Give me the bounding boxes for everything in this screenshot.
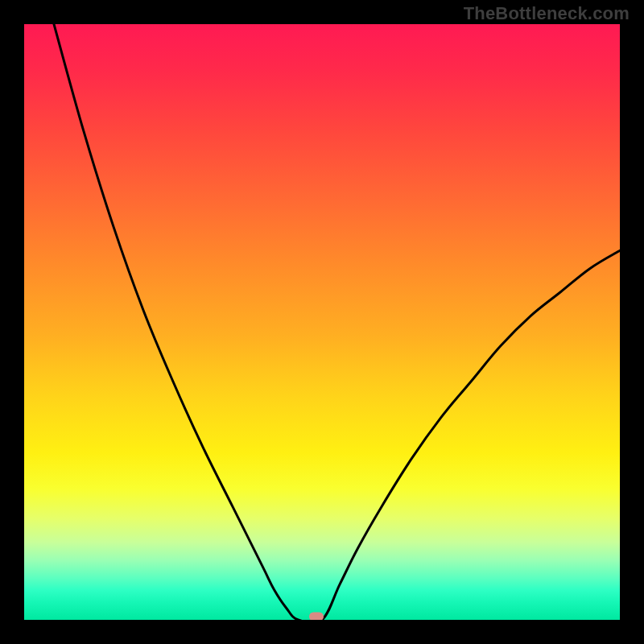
curve-svg	[24, 24, 620, 620]
valley-marker	[309, 613, 324, 620]
chart-frame: TheBottleneck.com	[0, 0, 644, 644]
watermark-text: TheBottleneck.com	[464, 3, 630, 24]
bottleneck-curve	[54, 24, 620, 620]
plot-area	[24, 24, 620, 620]
